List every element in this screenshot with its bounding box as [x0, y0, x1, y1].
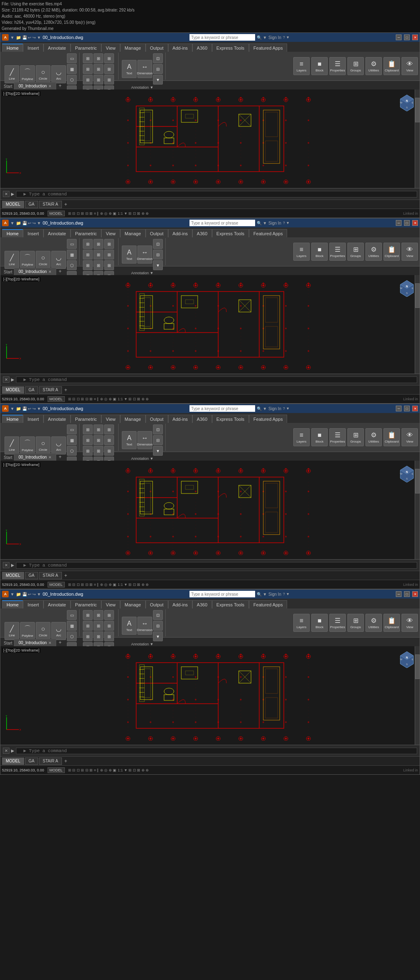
- modify-tool-8-0[interactable]: ⊞: [104, 75, 114, 85]
- ann-tool1-3[interactable]: ⊡: [153, 610, 163, 620]
- minimize-btn-3[interactable]: ─: [396, 591, 402, 597]
- ribbon-tab-annotate-2[interactable]: Annotate: [43, 415, 71, 423]
- ribbon-tab-insert-0[interactable]: Insert: [23, 44, 43, 52]
- start-tab-2[interactable]: Start: [2, 454, 14, 461]
- tab-add-3[interactable]: +: [56, 639, 64, 646]
- ribbon-tab-output-2[interactable]: Output: [146, 415, 168, 423]
- close-btn-3[interactable]: ✕: [412, 591, 418, 597]
- circle-tool-0[interactable]: ○ Circle: [36, 65, 50, 83]
- ann-tool2-0[interactable]: ⊟: [153, 64, 163, 74]
- start-tab-0[interactable]: Start: [2, 83, 14, 90]
- maximize-btn-0[interactable]: □: [404, 34, 410, 40]
- ribbon-tab-featured apps-2[interactable]: Featured Apps: [249, 415, 288, 423]
- right-tool-block-3[interactable]: ■ Block: [311, 614, 328, 632]
- status-model-2[interactable]: MODEL: [48, 582, 65, 588]
- ribbon-tab-parametric-1[interactable]: Parametric: [71, 229, 101, 237]
- cmd-input-0[interactable]: [16, 191, 417, 197]
- help-btn-0[interactable]: ? ▼: [283, 35, 290, 39]
- model-tab-model-0[interactable]: MODEL: [2, 201, 24, 208]
- model-tab-ga-1[interactable]: GA: [25, 386, 38, 394]
- modify-tool-6-3[interactable]: ⊞: [83, 631, 93, 641]
- text-tool-0[interactable]: A Text: [122, 60, 137, 78]
- model-tab-stair a-1[interactable]: STAIR A: [39, 386, 62, 394]
- ribbon-tab-output-0[interactable]: Output: [146, 44, 168, 52]
- scrollbar-thumb-0[interactable]: [415, 98, 420, 122]
- model-tab-ga-0[interactable]: GA: [25, 201, 38, 208]
- modify-tool-8-1[interactable]: ⊞: [104, 260, 114, 270]
- region-tool-1[interactable]: ⬡: [67, 260, 77, 270]
- right-tool-utilities-2[interactable]: ⚙ Utilities: [365, 428, 382, 446]
- text-tool-3[interactable]: A Text: [122, 617, 137, 635]
- rect-tool-3[interactable]: ▭: [67, 610, 77, 620]
- right-tool-block-1[interactable]: ■ Block: [311, 243, 328, 261]
- model-tab-ga-3[interactable]: GA: [25, 757, 38, 765]
- tab-close-3[interactable]: ✕: [48, 641, 52, 645]
- modify-tool-1-1[interactable]: ⊞: [94, 239, 103, 249]
- maximize-btn-3[interactable]: □: [404, 591, 410, 597]
- help-btn-2[interactable]: ? ▼: [283, 406, 290, 411]
- arc-tool-1[interactable]: ◡ Arc: [51, 251, 66, 269]
- ann-tool3-3[interactable]: ▼: [153, 631, 163, 641]
- right-tool-clipboard-3[interactable]: 📋 Clipboard: [383, 614, 400, 632]
- scrollbar-thumb-2[interactable]: [415, 469, 420, 493]
- sign-in-0[interactable]: Sign In: [269, 35, 281, 40]
- hatch-tool-0[interactable]: ▦: [67, 64, 77, 74]
- right-tool-properties-1[interactable]: ☰ Properties: [329, 243, 346, 261]
- region-tool-3[interactable]: ⬡: [67, 631, 77, 641]
- model-tab-stair a-3[interactable]: STAIR A: [39, 757, 62, 765]
- modify-tool-7-3[interactable]: ⊞: [94, 631, 103, 641]
- modify-tool-6-2[interactable]: ⊞: [83, 446, 93, 456]
- arc-tool-2[interactable]: ◡ Arc: [51, 436, 66, 454]
- ribbon-tab-home-2[interactable]: Home: [2, 415, 23, 423]
- minimize-btn-0[interactable]: ─: [396, 34, 402, 40]
- ribbon-tab-insert-1[interactable]: Insert: [23, 229, 43, 237]
- sign-in-1[interactable]: Sign In: [269, 221, 281, 225]
- modify-tool-3-2[interactable]: ⊞: [83, 435, 93, 445]
- ribbon-tab-annotate-3[interactable]: Annotate: [43, 600, 71, 608]
- start-tab-1[interactable]: Start: [2, 269, 14, 275]
- ribbon-tab-a360-0[interactable]: A360: [192, 44, 212, 52]
- model-tab-stair a-0[interactable]: STAIR A: [39, 201, 62, 208]
- modify-tool-2-1[interactable]: ⊞: [104, 239, 114, 249]
- scrollbar-right-1[interactable]: [415, 275, 420, 374]
- modify-tool-5-0[interactable]: ⊞: [104, 64, 114, 74]
- rect-tool-1[interactable]: ▭: [67, 239, 77, 249]
- ribbon-tab-home-0[interactable]: Home: [2, 44, 23, 52]
- dimension-tool-0[interactable]: ↔ Dimension: [137, 60, 152, 78]
- line-tool-1[interactable]: ╱ Line: [5, 251, 19, 269]
- right-tool-view-1[interactable]: 👁 View: [402, 243, 418, 261]
- ribbon-tab-manage-1[interactable]: Manage: [120, 229, 146, 237]
- polyline-tool-2[interactable]: ⌒ Polyline: [20, 436, 35, 454]
- drawing-tab-active-2[interactable]: 00_Introduction ✕: [14, 453, 56, 461]
- modify-tool-8-3[interactable]: ⊞: [104, 631, 114, 641]
- right-tool-layers-0[interactable]: ≡ Layers: [293, 57, 310, 75]
- right-tool-layers-2[interactable]: ≡ Layers: [293, 428, 310, 446]
- ribbon-tab-parametric-3[interactable]: Parametric: [71, 600, 101, 608]
- tab-close-1[interactable]: ✕: [48, 270, 52, 274]
- drawing-tab-active-0[interactable]: 00_Introduction ✕: [14, 82, 56, 90]
- ribbon-tab-annotate-0[interactable]: Annotate: [43, 44, 71, 52]
- ribbon-tab-manage-0[interactable]: Manage: [120, 44, 146, 52]
- status-model-0[interactable]: MODEL: [48, 211, 65, 216]
- ribbon-tab-insert-2[interactable]: Insert: [23, 415, 43, 423]
- right-tool-block-0[interactable]: ■ Block: [311, 57, 328, 75]
- dimension-tool-2[interactable]: ↔ Dimension: [137, 431, 152, 449]
- right-tool-view-0[interactable]: 👁 View: [402, 57, 418, 75]
- right-tool-clipboard-0[interactable]: 📋 Clipboard: [383, 57, 400, 75]
- cmd-input-1[interactable]: [16, 376, 417, 383]
- modify-tool-0-3[interactable]: ⊞: [83, 610, 93, 620]
- right-tool-properties-0[interactable]: ☰ Properties: [329, 57, 346, 75]
- ribbon-tab-express tools-2[interactable]: Express Tools: [212, 415, 249, 423]
- scrollbar-right-0[interactable]: [415, 90, 420, 188]
- tab-add-0[interactable]: +: [56, 82, 64, 90]
- modify-tool-3-1[interactable]: ⊞: [83, 250, 93, 259]
- cmd-close-btn-0[interactable]: ✕: [3, 191, 9, 197]
- ribbon-tab-add-ins-0[interactable]: Add-ins: [168, 44, 192, 52]
- model-tab-ga-2[interactable]: GA: [25, 572, 38, 579]
- arc-tool-0[interactable]: ◡ Arc: [51, 65, 66, 83]
- ribbon-tab-parametric-2[interactable]: Parametric: [71, 415, 101, 423]
- modify-tool-1-0[interactable]: ⊞: [94, 53, 103, 63]
- right-tool-utilities-0[interactable]: ⚙ Utilities: [365, 57, 382, 75]
- modify-tool-7-2[interactable]: ⊞: [94, 446, 103, 456]
- modify-tool-2-0[interactable]: ⊞: [104, 53, 114, 63]
